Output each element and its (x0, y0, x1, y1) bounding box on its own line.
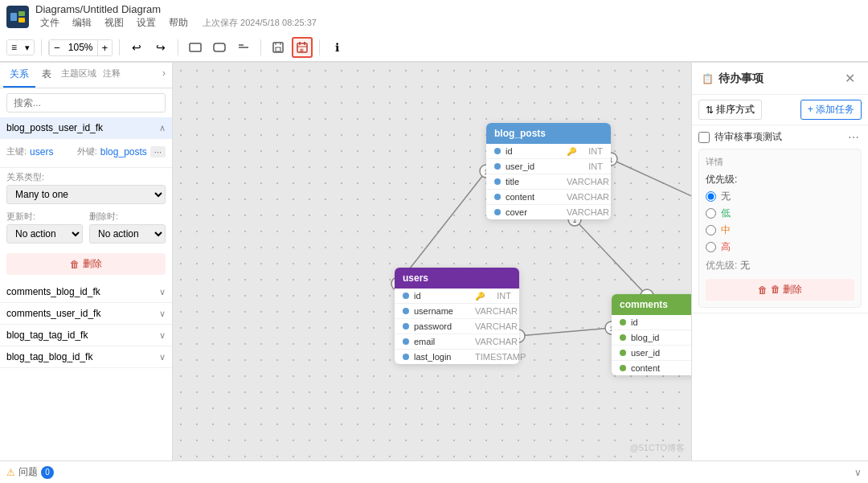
col-type: VARCHAR (567, 207, 609, 217)
col-comments-content: content VARCHAR (612, 361, 691, 375)
connections-svg: 1 1 1 1 1 1 1 1 1 1 (173, 63, 691, 460)
calendar-btn[interactable]: ▦ (292, 37, 313, 58)
update-label: 更新时: (6, 211, 83, 223)
watermark: @51CTO博客 (630, 442, 685, 454)
menu-row: 文件 编辑 视图 设置 帮助 上次保存 2024/5/18 08:25:37 (35, 15, 317, 31)
col-name: title (506, 177, 562, 186)
svg-rect-1 (18, 11, 25, 16)
table-blog-posts[interactable]: blog_posts id 🔑 INT user_id INT title VA… (486, 123, 611, 219)
table-comments[interactable]: comments id 🔑 INT blog_id INT user_id IN… (612, 294, 691, 375)
tab-theme[interactable]: 主题区域 (58, 63, 100, 88)
tabs-more-btn[interactable]: › (159, 63, 169, 88)
table-comments-header: comments (612, 294, 691, 315)
rounded-rect-tool-btn[interactable] (209, 37, 230, 58)
col-dot (494, 163, 501, 170)
col-comments-userid: user_id INT (612, 346, 691, 361)
zoom-control[interactable]: − 105% + (48, 39, 113, 56)
update-select[interactable]: No action CASCADE SET NULL (6, 224, 83, 244)
fk-item-label2: comments_blog_id_fk (6, 286, 100, 297)
save-btn[interactable] (268, 37, 289, 58)
col-name: blog_id (631, 333, 687, 342)
info-btn[interactable]: ℹ (326, 37, 347, 58)
format-dropdown[interactable]: ≡ ▾ (6, 39, 35, 55)
menu-help[interactable]: 帮助 (164, 15, 193, 31)
fk-delete-btn[interactable]: 🗑 删除 (6, 253, 166, 275)
rect-tool-btn[interactable] (185, 37, 206, 58)
delete-task-label: 🗑 删除 (771, 283, 802, 297)
menu-edit[interactable]: 编辑 (68, 15, 96, 31)
priority-high-option[interactable]: 高 (706, 240, 854, 254)
current-priority-value: 无 (740, 259, 750, 272)
canvas-area[interactable]: 1 1 1 1 1 1 1 1 1 1 blog_posts id (173, 63, 691, 460)
priority-high-radio[interactable] (706, 242, 716, 252)
fk-item-label4: blog_tag_tag_id_fk (6, 330, 88, 341)
sep5 (319, 39, 320, 55)
undo-btn[interactable]: ↩ (126, 37, 147, 58)
svg-rect-4 (214, 43, 225, 51)
table-users[interactable]: users id 🔑 INT username VARCHAR password… (395, 268, 519, 364)
zoom-level: 105% (64, 40, 97, 55)
svg-rect-0 (10, 13, 17, 21)
col-type: VARCHAR (567, 192, 609, 202)
col-type: VARCHAR (475, 321, 518, 331)
search-input[interactable] (6, 93, 166, 113)
col-name: id (414, 291, 470, 301)
fk-item-blog-tag-blog-id[interactable]: blog_tag_blog_id_fk ∨ (0, 346, 172, 368)
redo-btn[interactable]: ↪ (150, 37, 171, 58)
svg-rect-6 (276, 47, 280, 51)
zoom-decrease-btn[interactable]: − (49, 40, 64, 55)
todo-detail-panel: 详情 优先级: 无 低 中 (698, 149, 862, 308)
fk-item-comments-blog-id[interactable]: comments_blog_id_fk ∨ (0, 281, 172, 303)
todo-more-btn[interactable]: ⋯ (845, 131, 862, 144)
col-name: password (414, 321, 470, 331)
right-panel-header: 📋 待办事项 ✕ (692, 63, 868, 95)
menu-view[interactable]: 视图 (100, 15, 129, 31)
col-type: INT (588, 146, 603, 156)
tab-note[interactable]: 注释 (100, 63, 124, 88)
fk-main-value: users (30, 146, 53, 158)
col-name: email (414, 337, 470, 346)
current-priority-label: 优先级: (706, 259, 737, 272)
col-type: VARCHAR (475, 306, 518, 316)
add-task-btn[interactable]: + 添加任务 (800, 100, 862, 120)
fk-item-blog-tag-tag-id[interactable]: blog_tag_tag_id_fk ∨ (0, 325, 172, 346)
issues-label: 问题 (18, 465, 38, 479)
sep2 (119, 39, 120, 55)
priority-low-option[interactable]: 低 (706, 207, 854, 220)
col-dot (494, 148, 501, 154)
priority-none-radio[interactable] (706, 191, 716, 202)
sort-btn[interactable]: ⇅ 排序方式 (698, 100, 762, 120)
fk-list: blog_posts_user_id_fk ∧ 主键: users 外键: bl… (0, 117, 172, 460)
fk-item-blog-posts-user-id[interactable]: blog_posts_user_id_fk ∧ (0, 117, 172, 139)
col-type: VARCHAR (475, 337, 518, 346)
fk-collapse-icon4: ∨ (159, 330, 166, 341)
delete-select[interactable]: No action CASCADE SET NULL (89, 224, 166, 244)
todo-checkbox-1[interactable] (698, 132, 710, 143)
relation-type-select[interactable]: Many to one One to one One to many Many … (6, 185, 166, 204)
todo-item-label: 待审核事项测试 (714, 130, 841, 144)
priority-mid-radio[interactable] (706, 225, 716, 235)
todo-toolbar: ⇅ 排序方式 + 添加任务 (692, 95, 868, 125)
sort-label: 排序方式 (716, 103, 755, 117)
tab-table[interactable]: 表 (35, 63, 58, 88)
expand-bottom-btn[interactable]: ∨ (854, 467, 862, 478)
delete-task-btn[interactable]: 🗑 🗑 删除 (706, 279, 854, 301)
fk-more-btn[interactable]: ··· (150, 146, 166, 158)
menu-file[interactable]: 文件 (35, 15, 64, 31)
priority-none-option[interactable]: 无 (706, 190, 854, 203)
action-row: 更新时: No action CASCADE SET NULL 删除时: No … (0, 207, 172, 247)
fk-collapse-icon5: ∨ (159, 352, 166, 362)
tab-relations[interactable]: 关系 (3, 63, 35, 88)
zoom-increase-btn[interactable]: + (97, 40, 113, 55)
todo-emoji: 📋 (702, 73, 714, 84)
title-info: Diagrams/Untitled Diagram 文件 编辑 视图 设置 帮助… (35, 3, 317, 31)
close-panel-btn[interactable]: ✕ (841, 69, 858, 88)
col-type: VARCHAR (567, 177, 609, 186)
warning-icon: ⚠ (6, 467, 15, 478)
line-tool-btn[interactable] (233, 37, 254, 58)
title-row: Diagrams/Untitled Diagram 文件 编辑 视图 设置 帮助… (0, 0, 868, 34)
menu-settings[interactable]: 设置 (132, 15, 161, 31)
priority-low-radio[interactable] (706, 208, 716, 219)
fk-item-comments-user-id[interactable]: comments_user_id_fk ∨ (0, 303, 172, 325)
priority-mid-option[interactable]: 中 (706, 223, 854, 237)
